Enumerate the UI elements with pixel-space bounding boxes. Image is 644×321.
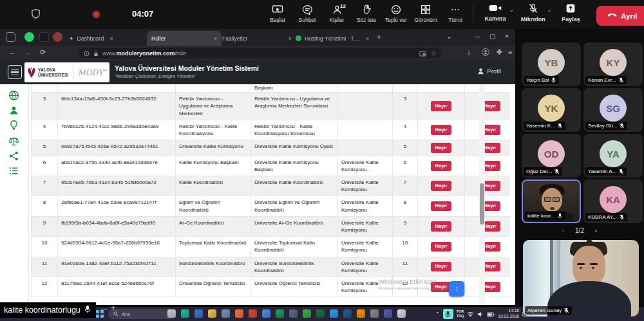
university-logo[interactable]: YALOVAÜNİVERSİTESİ MODY+ [24, 62, 109, 82]
window-restore-button[interactable]: ▢ [489, 33, 495, 40]
extensions-icon[interactable] [496, 48, 503, 57]
more-button[interactable]: Tümü [440, 3, 470, 23]
site-settings-icon[interactable] [84, 48, 90, 59]
scroll-to-top-button[interactable]: ↑ [449, 281, 464, 297]
sidebar-toggle-button[interactable] [8, 65, 22, 79]
battery-icon[interactable] [487, 308, 495, 320]
bookmark-star-icon[interactable]: ☆ [431, 50, 437, 57]
taskbar-excel-icon[interactable] [316, 309, 325, 318]
browser-menu-icon[interactable]: ≡ [508, 48, 512, 56]
chat-button[interactable]: Sohbet [292, 3, 322, 23]
spotlight-video-tile[interactable]: Alperen Guney [523, 240, 639, 316]
meeting-info-shield-icon[interactable] [31, 8, 41, 22]
camera-options-chevron[interactable]: ⌄ [509, 7, 514, 13]
taskbar-app-slate-icon[interactable] [289, 309, 298, 318]
sidebar-list-icon[interactable] [8, 165, 19, 179]
taskbar-clock[interactable]: 14:1819.02.2026 [498, 308, 519, 320]
tab-dashboard[interactable]: ✦ Dashboard × [64, 31, 152, 46]
taskbar-app-window-icon[interactable] [222, 309, 230, 318]
start-share-button[interactable]: Başlat [263, 3, 292, 23]
reload-icon[interactable]: ⟳ [40, 48, 46, 57]
participant-tile[interactable]: SGSevilay Gü... [583, 88, 643, 132]
sidebar-users-icon[interactable] [8, 105, 19, 118]
participant-tile[interactable]: ODOğuz Der... [522, 134, 581, 178]
hayir-badge[interactable]: Hayır [431, 161, 452, 171]
share-button[interactable]: Paylaş [554, 3, 587, 23]
volume-icon[interactable] [477, 308, 484, 320]
address-bar[interactable]: www.moduleryonetim.com/role ☆ [79, 48, 442, 59]
pinned-tab-dark-icon[interactable] [39, 32, 49, 42]
camera-button[interactable]: Kamera [478, 3, 512, 22]
taskbar-vscode-icon[interactable] [330, 309, 338, 318]
taskbar-chrome-icon[interactable] [262, 309, 270, 318]
taskbar-sheets-icon[interactable] [276, 309, 284, 318]
tab-close-icon[interactable]: × [214, 35, 217, 42]
tab-faaliyetler[interactable]: Faaliyetler × [218, 31, 296, 46]
participant-tile[interactable]: KYKenan Evr... [583, 42, 643, 86]
taskbar-folder-icon[interactable] [208, 309, 216, 318]
leave-meeting-button[interactable]: Ayrıl [596, 6, 644, 26]
participants-button[interactable]: 12 Kişiler [322, 3, 352, 23]
downloads-icon[interactable]: ⤓ [468, 48, 470, 56]
hayir-badge[interactable]: Hayır [431, 221, 452, 232]
new-tab-button[interactable]: + [377, 33, 381, 42]
microphone-options-chevron[interactable]: ⌄ [547, 7, 552, 13]
participant-tile[interactable]: YKYasemin K... [522, 88, 581, 132]
tab-close-icon[interactable]: × [366, 35, 369, 42]
tray-expand-chevron[interactable]: ⌃ [435, 311, 440, 317]
tab-close-icon[interactable]: × [109, 35, 113, 42]
forward-icon[interactable]: → [24, 48, 32, 56]
taskbar-word-icon[interactable] [343, 309, 352, 318]
taskbar-app-teal-icon[interactable] [181, 309, 189, 318]
sidebar-scales-icon[interactable] [8, 136, 19, 149]
raise-hand-button[interactable]: Söz iste [352, 3, 381, 23]
taskbar-app-funnel-icon[interactable] [167, 309, 176, 318]
active-mic-indicator[interactable] [443, 309, 453, 319]
window-close-button[interactable]: × [505, 33, 509, 40]
hayir-badge[interactable]: Hayır [431, 201, 452, 212]
back-icon[interactable]: ← [9, 48, 16, 56]
tab-hosting[interactable]: Hosting Yönetimi - Turhost Yön... × [291, 31, 380, 46]
taskbar-app-red-icon[interactable] [249, 309, 257, 318]
sidebar-ideas-icon[interactable] [8, 120, 19, 133]
taskbar-teams-icon[interactable] [384, 309, 392, 318]
tab-search-icon[interactable] [6, 32, 15, 42]
taskbar-firefox-icon[interactable] [235, 309, 243, 318]
hayir-badge[interactable]: Hayır [431, 125, 452, 135]
taskbar-app-blue-icon[interactable] [194, 309, 203, 318]
participant-tile[interactable]: YBYalçın Bal [522, 42, 581, 86]
taskbar-search[interactable]: Ara [108, 309, 174, 319]
window-menu-chevron[interactable]: ⌄ [446, 33, 451, 40]
pinned-tab-red-icon[interactable] [53, 32, 62, 42]
profile-menu[interactable]: Profil [477, 68, 501, 75]
wifi-icon[interactable] [467, 308, 474, 320]
scrollbar-thumb[interactable] [480, 183, 484, 225]
share-expand-control[interactable]: + [111, 303, 116, 313]
sidebar-share-icon[interactable] [8, 151, 19, 164]
participant-tile[interactable]: kalite koor... [522, 179, 581, 223]
hayir-badge[interactable]: Hayır [431, 101, 452, 111]
taskbar-mic-app-icon[interactable] [370, 309, 379, 318]
tab-roller[interactable]: Roller × [147, 31, 222, 46]
reactions-button[interactable]: Tepki ver [381, 3, 411, 23]
media-control-icon[interactable] [419, 48, 426, 59]
recording-indicator-icon[interactable] [92, 10, 100, 19]
taskbar-app-green-icon[interactable] [303, 309, 311, 318]
profile-avatar-icon[interactable] [482, 48, 489, 57]
hayir-badge[interactable]: Hayır [431, 262, 452, 272]
share-minimize-control[interactable]: — [100, 305, 108, 313]
whatsapp-pinned-tab-icon[interactable] [24, 32, 34, 42]
microphone-button[interactable]: Mikrofon [516, 3, 550, 23]
window-minimize-button[interactable]: — [474, 33, 480, 40]
hayir-badge[interactable]: Hayır [431, 143, 452, 153]
hayir-badge[interactable]: Hayır [431, 181, 452, 191]
taskbar-app-badged-icon[interactable] [397, 309, 406, 318]
previous-page-chevron[interactable]: ‹ [562, 227, 564, 234]
sidebar-dashboard-icon[interactable] [8, 90, 19, 104]
participant-tile[interactable]: KAKÜBRA AY... [583, 179, 643, 223]
language-indicator[interactable]: TURTRQ [457, 309, 464, 318]
view-button[interactable]: Görünüm [411, 3, 440, 23]
hayir-badge[interactable]: Hayır [431, 242, 452, 252]
taskbar-firefox-2-icon[interactable] [357, 309, 365, 318]
next-page-chevron[interactable]: › [595, 227, 597, 234]
